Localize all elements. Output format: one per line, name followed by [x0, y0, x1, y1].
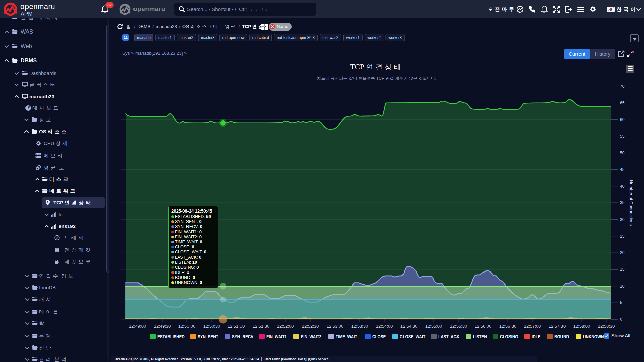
svg-text:12:53:30: 12:53:30 [351, 324, 368, 329]
svg-text:12:51:30: 12:51:30 [253, 324, 270, 329]
svg-text:40: 40 [620, 184, 625, 189]
svg-text:0: 0 [620, 317, 622, 322]
svg-text:45: 45 [620, 167, 625, 172]
svg-text:12:50:30: 12:50:30 [203, 324, 220, 329]
svg-text:5: 5 [620, 300, 622, 305]
svg-text:12:56:00: 12:56:00 [475, 324, 492, 329]
svg-text:12:57:00: 12:57:00 [524, 324, 541, 329]
svg-text:12:51:00: 12:51:00 [228, 324, 245, 329]
svg-text:Number of Connections: Number of Connections [629, 180, 634, 226]
svg-text:12:54:00: 12:54:00 [376, 324, 393, 329]
svg-text:12:52:30: 12:52:30 [302, 324, 319, 329]
svg-text:65: 65 [620, 101, 625, 105]
svg-text:12:55:30: 12:55:30 [450, 324, 467, 329]
svg-text:35: 35 [620, 200, 625, 205]
svg-text:60: 60 [620, 117, 625, 122]
svg-text:55: 55 [620, 134, 625, 139]
svg-text:12:58:00: 12:58:00 [573, 324, 590, 329]
svg-text:25: 25 [620, 234, 625, 239]
svg-text:50: 50 [620, 150, 625, 155]
svg-text:12:58:30: 12:58:30 [598, 324, 615, 329]
svg-text:12:53:00: 12:53:00 [327, 324, 344, 329]
svg-text:12:54:30: 12:54:30 [400, 324, 418, 329]
svg-text:12:50:00: 12:50:00 [178, 324, 196, 329]
svg-text:12:55:00: 12:55:00 [425, 324, 442, 329]
svg-text:20: 20 [620, 250, 625, 255]
svg-text:30: 30 [620, 217, 625, 222]
svg-text:12:52:00: 12:52:00 [277, 324, 294, 329]
svg-text:70: 70 [620, 84, 625, 89]
svg-text:12:49:00: 12:49:00 [129, 324, 146, 329]
svg-text:10: 10 [620, 284, 625, 289]
svg-text:12:49:30: 12:49:30 [154, 324, 171, 329]
svg-text:15: 15 [620, 267, 625, 272]
svg-text:12:56:30: 12:56:30 [499, 324, 517, 329]
svg-text:12:57:30: 12:57:30 [549, 324, 566, 329]
